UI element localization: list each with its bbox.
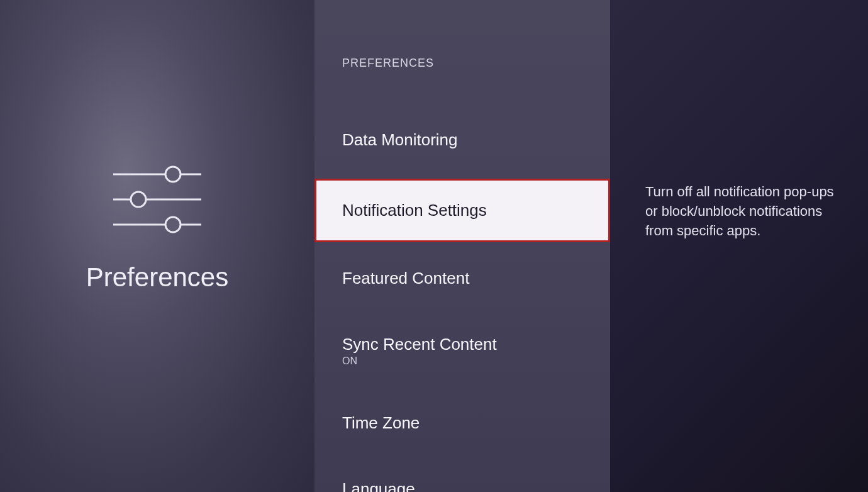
item-description: Turn off all notification pop-ups or blo… <box>645 182 837 240</box>
menu-item-label: Language <box>342 479 415 492</box>
svg-point-5 <box>165 217 181 232</box>
menu-item-label: Data Monitoring <box>342 130 458 149</box>
sliders-icon <box>110 162 204 237</box>
left-panel: Preferences <box>0 0 314 492</box>
menu-item-notification-settings[interactable]: Notification Settings <box>314 179 610 242</box>
section-header: PREFERENCES <box>314 57 610 70</box>
menu-item-label: Sync Recent Content <box>342 335 497 354</box>
menu-item-label: Notification Settings <box>342 201 487 220</box>
menu-item-time-zone[interactable]: Time Zone <box>314 396 610 450</box>
menu-item-sync-recent-content[interactable]: Sync Recent Content ON <box>314 317 610 384</box>
menu-panel: PREFERENCES Data Monitoring Notification… <box>314 0 610 492</box>
svg-point-3 <box>131 192 146 207</box>
menu-item-label: Time Zone <box>342 413 420 432</box>
detail-panel: Turn off all notification pop-ups or blo… <box>610 0 868 492</box>
left-panel-title: Preferences <box>86 262 228 293</box>
menu-item-data-monitoring[interactable]: Data Monitoring <box>314 113 610 167</box>
menu-item-featured-content[interactable]: Featured Content <box>314 251 610 306</box>
menu-item-label: Featured Content <box>342 269 469 288</box>
menu-item-sublabel: ON <box>342 355 582 367</box>
menu-item-language[interactable]: Language <box>314 462 610 492</box>
svg-point-1 <box>165 167 181 182</box>
